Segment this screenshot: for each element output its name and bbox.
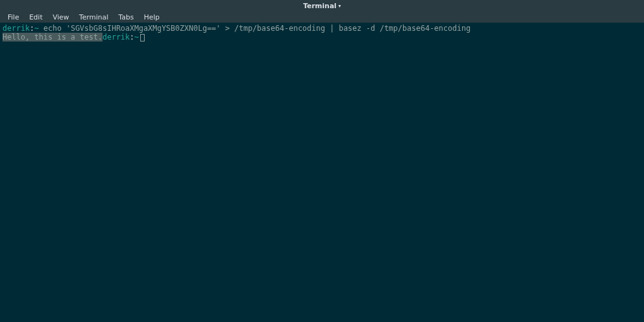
dropdown-icon[interactable]: ▾ xyxy=(338,3,341,9)
menubar: File Edit View Terminal Tabs Help xyxy=(0,11,644,23)
prompt-path: ~ xyxy=(35,24,39,33)
window-title: Terminal xyxy=(303,2,336,10)
menu-terminal[interactable]: Terminal xyxy=(74,12,114,23)
prompt-separator-2: : xyxy=(130,33,134,42)
terminal-content[interactable]: derrik:~ echo 'SGVsbG8sIHRoaXMgaXMgYSB0Z… xyxy=(0,23,644,322)
menu-tabs[interactable]: Tabs xyxy=(113,12,138,23)
prompt-user: derrik xyxy=(3,24,30,33)
command-output: Hello, this is a test. xyxy=(3,33,103,42)
command-text: echo 'SGVsbG8sIHRoaXMgaXMgYSB0ZXN0Lg==' … xyxy=(39,24,470,33)
prompt-user-2: derrik xyxy=(103,33,130,42)
terminal-line-1: derrik:~ echo 'SGVsbG8sIHRoaXMgaXMgYSB0Z… xyxy=(3,24,641,33)
menu-edit[interactable]: Edit xyxy=(24,12,47,23)
menu-file[interactable]: File xyxy=(3,12,24,23)
titlebar: Terminal ▾ xyxy=(0,0,644,11)
terminal-line-2: Hello, this is a test.derrik:~ xyxy=(3,33,641,42)
prompt-path-2: ~ xyxy=(135,33,139,42)
prompt-separator: : xyxy=(30,24,34,33)
cursor xyxy=(140,34,145,42)
menu-view[interactable]: View xyxy=(48,12,74,23)
menu-help[interactable]: Help xyxy=(139,12,165,23)
